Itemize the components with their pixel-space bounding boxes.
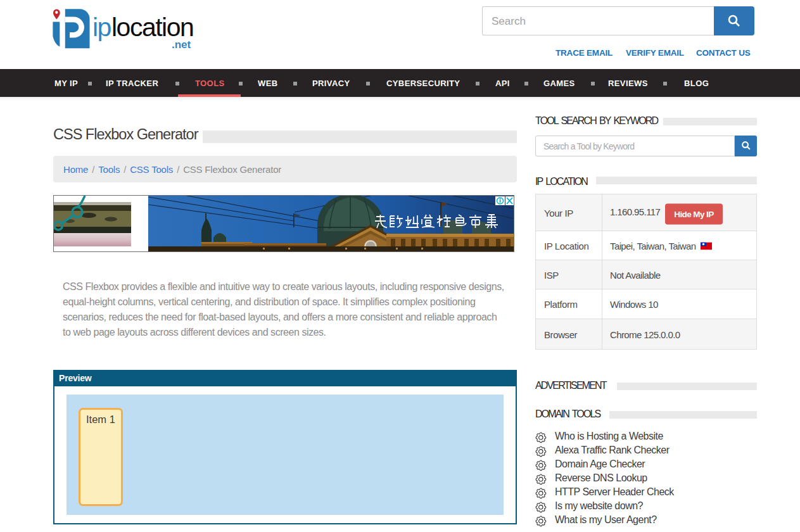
svg-text:.net: .net	[172, 39, 191, 51]
svg-text:location: location	[111, 13, 193, 42]
svg-text:ip: ip	[92, 13, 111, 42]
